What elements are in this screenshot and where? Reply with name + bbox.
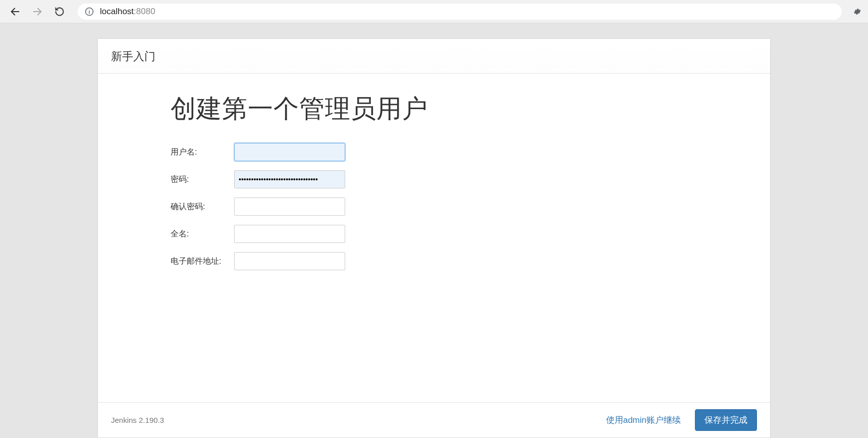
jenkins-version: Jenkins 2.190.3 [111,416,164,424]
settings-icon[interactable] [852,7,862,17]
form-row-fullname: 全名: [171,225,697,243]
confirm-password-input[interactable] [234,198,345,216]
username-input[interactable] [234,143,345,161]
form-row-username: 用户名: [171,143,697,161]
page-background: 新手入门 创建第一个管理员用户 用户名: 密码: 确认密码: 全名: 电子邮件地 [0,23,868,438]
form-row-confirm: 确认密码: [171,198,697,216]
form-row-email: 电子邮件地址: [171,252,697,270]
reload-button[interactable] [50,3,69,21]
modal-body: 创建第一个管理员用户 用户名: 密码: 确认密码: 全名: 电子邮件地址: [98,74,770,402]
continue-as-admin-link[interactable]: 使用admin账户继续 [606,414,681,426]
address-bar[interactable]: localhost:8080 [78,4,842,20]
footer-actions: 使用admin账户继续 保存并完成 [606,409,757,431]
fullname-label: 全名: [171,229,234,239]
url-text: localhost:8080 [100,7,155,17]
svg-point-4 [89,9,90,10]
confirm-password-label: 确认密码: [171,202,234,212]
email-label: 电子邮件地址: [171,256,234,267]
back-button[interactable] [6,3,24,21]
fullname-input[interactable] [234,225,345,243]
modal-header-title: 新手入门 [111,50,155,63]
email-input[interactable] [234,252,345,270]
username-label: 用户名: [171,147,234,158]
form-row-password: 密码: [171,170,697,188]
browser-toolbar: localhost:8080 [0,0,868,23]
password-label: 密码: [171,174,234,185]
password-input[interactable] [234,170,345,188]
site-info-icon[interactable] [85,7,94,16]
setup-wizard-modal: 新手入门 创建第一个管理员用户 用户名: 密码: 确认密码: 全名: 电子邮件地 [97,38,771,438]
modal-header: 新手入门 [98,39,770,74]
modal-footer: Jenkins 2.190.3 使用admin账户继续 保存并完成 [98,402,770,437]
page-title: 创建第一个管理员用户 [171,92,697,126]
save-and-finish-button[interactable]: 保存并完成 [695,409,757,431]
forward-button[interactable] [28,3,46,21]
